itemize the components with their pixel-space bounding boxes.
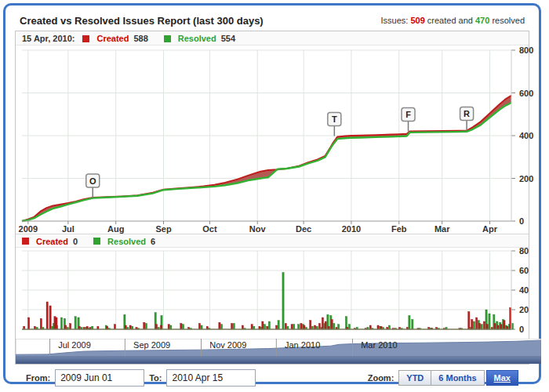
footer-controls: From: To: Zoom: YTD 6 Months Max [15,366,529,390]
created-legend-label[interactable]: Created [96,34,129,43]
legend-date: 15 Apr, 2010: [22,34,75,43]
resolved-legend-label[interactable]: Resolved [178,34,216,43]
svg-text:80: 80 [519,248,529,256]
resolved-legend-value: 554 [221,34,235,43]
zoom-label: Zoom: [368,373,394,383]
svg-text:0: 0 [519,325,524,334]
bar-created-legend-label[interactable]: Created [36,237,68,246]
svg-text:Sep 2009: Sep 2009 [133,340,170,350]
svg-text:Nov: Nov [249,224,267,234]
svg-text:600: 600 [519,89,533,98]
from-label: From: [26,373,50,383]
issues-summary: Issues: 509 created and 470 resolved [380,16,525,25]
resolved-swatch-icon [164,35,171,42]
summary-mid: created and [427,16,473,25]
created-swatch-icon [82,35,89,42]
cumulative-chart[interactable]: 0200400600800OTFR2009JulAugSepOctNovDec2… [16,45,541,234]
svg-text:R: R [464,109,470,118]
svg-text:800: 800 [519,45,533,55]
zoom-controls: Zoom: YTD 6 Months Max [368,370,529,386]
zoom-max-button[interactable]: Max [486,370,518,386]
bar-resolved-legend-value: 6 [151,237,155,246]
svg-text:20: 20 [519,305,529,314]
summary-suffix: resolved [492,16,525,25]
svg-text:Mar 2010: Mar 2010 [361,340,397,350]
resolved-swatch-icon [93,238,100,245]
report-header: Created vs Resolved Issues Report (last … [20,12,525,29]
bar-resolved-legend-label[interactable]: Resolved [107,237,146,246]
svg-text:Jul 2009: Jul 2009 [58,340,91,350]
to-label: To: [149,373,162,383]
svg-text:2010: 2010 [342,224,361,234]
svg-text:Jul: Jul [62,224,75,234]
main-chart-legend: 15 Apr, 2010: Created 588 Resolved 554 [16,31,529,45]
svg-text:Mar: Mar [434,224,450,234]
report-panel: Created vs Resolved Issues Report (last … [3,3,541,384]
svg-text:Dec: Dec [296,224,311,234]
svg-text:Oct: Oct [202,224,217,234]
created-legend-value: 588 [133,34,147,43]
svg-text:Nov 2009: Nov 2009 [209,340,246,350]
date-range-controls: From: To: [15,369,256,387]
svg-text:Sep: Sep [155,224,171,234]
summary-prefix: Issues: [380,16,408,25]
bar-chart-legend: Created 0 Resolved 6 [16,234,529,248]
zoom-ytd-button[interactable]: YTD [398,370,431,386]
svg-text:Jan 2010: Jan 2010 [285,340,320,350]
zoom-6months-button[interactable]: 6 Months [431,370,484,386]
navigator-scrollbar[interactable]: Jul 2009Sep 2009Nov 2009Jan 2010Mar 2010 [16,339,541,364]
to-date-input[interactable] [166,369,256,387]
created-count: 509 [410,16,424,25]
svg-text:0: 0 [519,216,524,226]
svg-text:T: T [332,114,337,124]
from-date-input[interactable] [55,369,144,387]
svg-text:O: O [89,176,96,186]
page-title: Created vs Resolved Issues Report (last … [20,15,264,27]
svg-text:Aug: Aug [107,224,124,234]
resolved-count: 470 [475,16,489,25]
svg-text:60: 60 [519,266,529,275]
bar-created-legend-value: 0 [73,237,78,246]
svg-text:F: F [405,110,411,119]
daily-bar-chart[interactable]: 020406080 [16,248,541,339]
created-swatch-icon [22,238,29,245]
chart-container: 15 Apr, 2010: Created 588 Resolved 554 0… [15,31,529,365]
svg-text:40: 40 [519,285,529,295]
svg-text:Apr: Apr [482,224,498,234]
svg-text:400: 400 [519,131,533,140]
svg-text:2009: 2009 [19,224,38,234]
svg-text:200: 200 [519,174,533,183]
svg-text:Feb: Feb [391,224,407,234]
